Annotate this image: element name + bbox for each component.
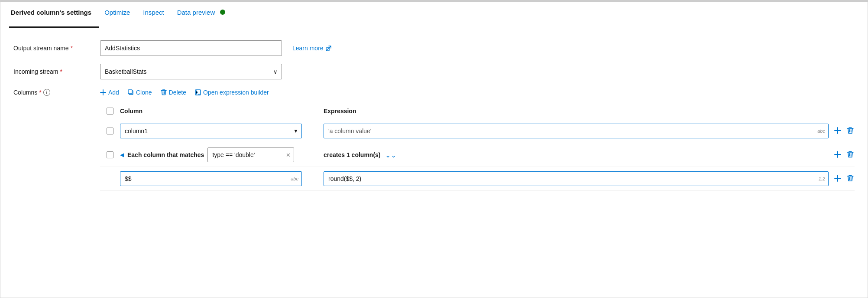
sub-expr-wrap: 1.2	[324, 171, 829, 186]
row1-actions	[833, 127, 855, 136]
output-stream-required: *	[71, 45, 73, 52]
sub-row-add-button[interactable]	[833, 174, 842, 183]
pattern-right-area: creates 1 column(s) ⌄⌄	[324, 151, 829, 159]
pattern-plus-icon	[834, 151, 842, 158]
columns-content: Add Clone	[100, 87, 855, 191]
columns-info-icon[interactable]: i	[43, 89, 50, 96]
sub-col-wrap: abc	[120, 171, 302, 186]
tab-inspect-label: Inspect	[143, 9, 164, 16]
learn-more-link[interactable]: Learn more	[292, 45, 332, 52]
sub-col-type-badge: abc	[291, 176, 298, 181]
tab-settings[interactable]: Derived column's settings	[9, 2, 99, 28]
sub-row-delete-button[interactable]	[846, 174, 855, 183]
main-content: Output stream name * Learn more Incoming…	[0, 28, 868, 298]
tab-settings-label: Derived column's settings	[11, 9, 91, 16]
tab-optimize[interactable]: Optimize	[103, 2, 138, 28]
row1-delete-button[interactable]	[846, 127, 855, 136]
columns-header-row: Columns * i Add	[13, 87, 855, 191]
data-preview-status-indicator	[220, 10, 225, 15]
pattern-checkbox-area	[100, 151, 120, 158]
sub-expr-badge: 1.2	[819, 176, 825, 181]
external-link-icon	[326, 45, 332, 51]
table-header: Column Expression	[100, 103, 855, 119]
toolbar: Add Clone	[100, 87, 855, 98]
row1-checkbox-area	[100, 128, 120, 134]
output-stream-row: Output stream name * Learn more	[13, 40, 855, 56]
pattern-label-area: ◀ Each column that matches ✕	[120, 147, 324, 162]
sub-col-area: abc	[120, 171, 302, 186]
expression-builder-icon	[195, 89, 201, 95]
row1-expr-area: abc	[324, 124, 829, 138]
learn-more-label: Learn more	[292, 45, 324, 52]
add-button[interactable]: Add	[100, 87, 119, 98]
table-row: ▼ abc	[100, 119, 855, 143]
clone-icon	[128, 89, 134, 95]
clone-button[interactable]: Clone	[128, 87, 152, 98]
tab-row: Derived column's settings Optimize Inspe…	[0, 2, 868, 28]
sub-row-actions	[833, 174, 855, 183]
pattern-checkbox[interactable]	[107, 151, 113, 158]
pattern-match-input[interactable]	[207, 147, 294, 162]
columns-label: Columns * i	[13, 87, 100, 96]
sub-row: abc 1.2	[100, 167, 855, 191]
row1-col-select-wrap: ▼	[120, 124, 302, 138]
pattern-delete-button[interactable]	[846, 151, 855, 160]
tab-optimize-label: Optimize	[104, 9, 130, 16]
columns-section: Columns * i Add	[13, 87, 855, 191]
incoming-stream-label: Incoming stream *	[13, 68, 100, 75]
row1-plus-icon	[834, 127, 842, 134]
incoming-stream-select[interactable]: BasketballStats	[100, 64, 282, 79]
pattern-label: Each column that matches	[127, 151, 204, 158]
incoming-stream-row: Incoming stream * BasketballStats ∨	[13, 64, 855, 79]
delete-icon	[161, 89, 167, 96]
pattern-match-wrap: ✕	[207, 147, 294, 162]
tab-data-preview-label: Data preview	[177, 9, 215, 16]
row1-col: ▼	[120, 124, 324, 138]
tab-inspect[interactable]: Inspect	[141, 2, 172, 28]
row1-col-input[interactable]	[120, 124, 302, 138]
row1-trash-icon	[847, 127, 854, 134]
delete-button[interactable]: Delete	[161, 87, 186, 98]
pattern-row: ◀ Each column that matches ✕ creates 1 c…	[100, 143, 855, 167]
expand-icon[interactable]: ⌄⌄	[385, 151, 396, 159]
sub-col-input[interactable]	[120, 171, 302, 186]
columns-required: *	[39, 89, 41, 96]
row1-add-button[interactable]	[833, 127, 842, 136]
pattern-add-button[interactable]	[833, 151, 842, 160]
pattern-trash-icon	[847, 151, 854, 158]
pattern-match-clear-icon[interactable]: ✕	[286, 152, 291, 158]
add-icon	[100, 89, 106, 95]
expression-header: Expression	[324, 108, 855, 115]
incoming-stream-select-wrapper[interactable]: BasketballStats ∨	[100, 64, 282, 79]
sub-row-plus-icon	[834, 174, 842, 182]
creates-label: creates 1 column(s)	[324, 151, 381, 158]
sub-row-trash-icon	[847, 174, 854, 182]
svg-rect-2	[128, 90, 132, 94]
columns-table: Column Expression ▼	[100, 103, 855, 191]
output-stream-label: Output stream name *	[13, 45, 100, 52]
collapse-icon[interactable]: ◀	[120, 152, 124, 158]
expression-builder-button[interactable]: Open expression builder	[195, 87, 269, 98]
header-checkbox-area	[100, 108, 120, 115]
sub-expr-input[interactable]	[324, 171, 829, 186]
pattern-row-actions	[833, 151, 855, 160]
column-header: Column	[120, 108, 324, 115]
row1-expr-wrap: abc	[324, 124, 829, 138]
output-stream-input[interactable]	[100, 40, 282, 56]
tab-data-preview[interactable]: Data preview	[175, 2, 233, 28]
incoming-stream-required: *	[60, 68, 62, 75]
row1-checkbox[interactable]	[107, 128, 113, 134]
header-checkbox[interactable]	[107, 108, 113, 115]
row1-expr-input[interactable]	[324, 124, 829, 138]
